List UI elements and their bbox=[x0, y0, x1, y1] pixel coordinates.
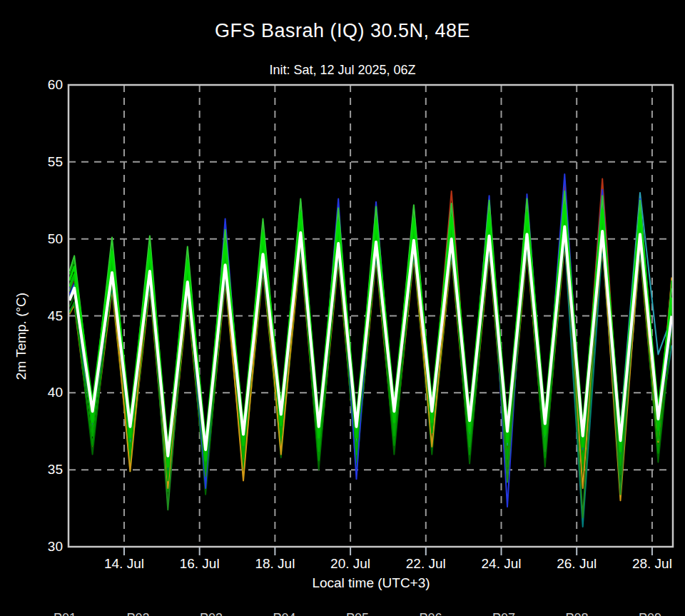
legend-item-P09: P09 bbox=[639, 611, 685, 616]
legend-label: P05 bbox=[346, 611, 369, 616]
legend-item-P08: P08 bbox=[566, 611, 619, 616]
legend-label: P03 bbox=[200, 611, 223, 616]
y-axis-title: 2m Temp. (°C) bbox=[14, 272, 29, 400]
y-tick-label: 30 bbox=[27, 539, 63, 555]
legend-label: P07 bbox=[492, 611, 515, 616]
x-tick-label: 24. Jul bbox=[470, 556, 534, 572]
legend-item-P03: P03 bbox=[200, 611, 253, 616]
legend-label: P08 bbox=[566, 611, 589, 616]
legend-item-P01: P01 bbox=[54, 611, 106, 616]
legend-item-P04: P04 bbox=[273, 611, 326, 616]
y-tick-label: 45 bbox=[27, 308, 63, 324]
y-tick-label: 55 bbox=[27, 154, 63, 170]
x-axis-title: Local time (UTC+3) bbox=[221, 575, 521, 591]
y-tick-label: 40 bbox=[27, 385, 63, 400]
legend-label: P06 bbox=[420, 611, 442, 616]
legend-label: P04 bbox=[273, 611, 296, 616]
y-tick-label: 50 bbox=[27, 231, 63, 247]
x-tick-label: 16. Jul bbox=[168, 556, 232, 572]
legend-label: P02 bbox=[127, 611, 150, 616]
legend-item-P06: P06 bbox=[420, 611, 472, 616]
x-tick-label: 22. Jul bbox=[394, 556, 458, 572]
x-tick-label: 26. Jul bbox=[544, 556, 609, 572]
meteogram-screen: GFS Basrah (IQ) 30.5N, 48E Init: Sat, 12… bbox=[0, 0, 685, 616]
legend-item-P07: P07 bbox=[492, 611, 545, 616]
legend-label: P09 bbox=[639, 611, 661, 616]
y-tick-label: 35 bbox=[27, 462, 63, 478]
legend-label: P01 bbox=[54, 611, 76, 616]
x-tick-label: 18. Jul bbox=[243, 556, 307, 572]
legend-item-P05: P05 bbox=[346, 611, 399, 616]
x-tick-label: 20. Jul bbox=[318, 556, 382, 572]
x-tick-label: 14. Jul bbox=[92, 556, 156, 572]
x-tick-label: 28. Jul bbox=[620, 556, 684, 572]
ensemble-member-legend: P01P02P03P04P05P06P07P08P09 bbox=[0, 611, 685, 616]
legend-item-P02: P02 bbox=[127, 611, 180, 616]
temperature-ensemble-plot bbox=[0, 0, 685, 616]
y-tick-label: 60 bbox=[27, 77, 63, 93]
ensemble-series bbox=[69, 174, 671, 527]
